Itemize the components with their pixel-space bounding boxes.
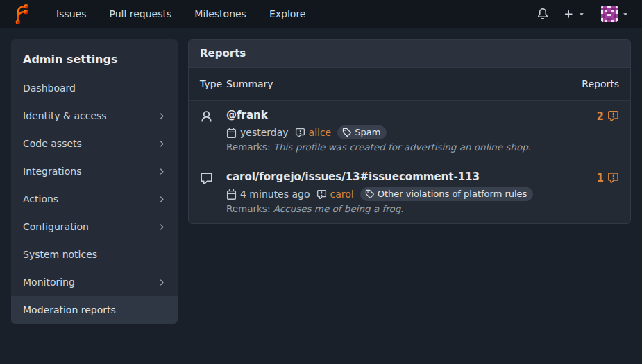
reporter: carol <box>316 189 354 200</box>
chevron-right-icon <box>157 278 166 287</box>
admin-settings-sidebar: Admin settings Dashboard Identity & acce… <box>11 39 178 324</box>
report-comment-icon <box>607 172 619 184</box>
report-date: yesterday <box>226 127 289 138</box>
category-badge: Spam <box>337 125 387 139</box>
report-remarks: Remarks: Accuses me of being a frog. <box>226 203 597 214</box>
navbar-right <box>537 6 630 22</box>
sidebar-item-system-notices[interactable]: System notices <box>11 241 178 268</box>
nav-explore[interactable]: Explore <box>269 8 306 19</box>
sidebar-item-identity-access[interactable]: Identity & access <box>11 102 178 130</box>
chevron-down-icon <box>621 10 630 18</box>
sidebar-item-monitoring[interactable]: Monitoring <box>11 268 178 296</box>
forgejo-logo-icon[interactable] <box>12 4 31 24</box>
sidebar-item-dashboard[interactable]: Dashboard <box>11 74 178 102</box>
report-comment-icon <box>316 189 327 200</box>
panel-title: Reports <box>189 40 630 68</box>
navbar: Issues Pull requests Milestones Explore <box>0 0 642 28</box>
sidebar-item-actions[interactable]: Actions <box>11 185 178 213</box>
report-count-link[interactable]: 2 <box>597 108 619 153</box>
primary-nav: Issues Pull requests Milestones Explore <box>56 8 305 19</box>
chevron-down-icon <box>577 10 586 18</box>
sidebar-item-configuration[interactable]: Configuration <box>11 213 178 241</box>
report-comment-icon <box>607 110 619 122</box>
sidebar-item-moderation-reports[interactable]: Moderation reports <box>11 296 178 324</box>
col-header-type: Type <box>200 78 226 89</box>
notifications-bell-icon[interactable] <box>537 8 548 19</box>
report-count-link[interactable]: 1 <box>597 170 619 214</box>
sidebar-item-integrations[interactable]: Integrations <box>11 157 178 185</box>
create-new-dropdown[interactable] <box>564 9 586 19</box>
reporter-link[interactable]: carol <box>330 189 354 200</box>
chevron-right-icon <box>157 167 166 176</box>
chevron-right-icon <box>157 223 166 232</box>
sidebar-title: Admin settings <box>11 43 178 74</box>
report-target-link[interactable]: carol/forgejo/issues/13#issuecomment-113 <box>226 171 480 183</box>
chevron-right-icon <box>157 112 166 121</box>
sidebar-item-code-assets[interactable]: Code assets <box>11 130 178 157</box>
calendar-icon <box>226 128 237 138</box>
chevron-right-icon <box>157 195 166 204</box>
report-date: 4 minutes ago <box>226 189 310 200</box>
reporter-link[interactable]: alice <box>309 127 332 138</box>
nav-milestones[interactable]: Milestones <box>194 8 246 19</box>
nav-issues[interactable]: Issues <box>56 8 87 19</box>
report-comment-icon <box>295 128 305 138</box>
nav-pull-requests[interactable]: Pull requests <box>110 8 172 19</box>
comment-icon <box>200 170 226 214</box>
col-header-summary: Summary <box>226 78 273 89</box>
tag-icon <box>365 189 374 198</box>
report-row: carol/forgejo/issues/13#issuecomment-113… <box>189 162 630 223</box>
user-menu-dropdown[interactable] <box>601 6 630 22</box>
category-badge: Other violations of platform rules <box>360 187 534 201</box>
reports-panel: Reports Type Summary Reports @frank <box>188 39 631 224</box>
person-icon <box>200 108 226 153</box>
report-remarks: Remarks: This profile was created for ad… <box>226 141 597 153</box>
reports-table-header: Type Summary Reports <box>189 68 630 100</box>
reporter: alice <box>295 127 332 138</box>
chevron-right-icon <box>157 139 166 148</box>
user-avatar <box>601 6 618 22</box>
plus-icon <box>564 9 574 19</box>
tag-icon <box>342 128 351 137</box>
report-row: @frank yesterday alice <box>189 100 630 162</box>
col-header-reports: Reports <box>582 78 619 89</box>
calendar-icon <box>226 189 237 200</box>
report-target-link[interactable]: @frank <box>226 109 268 121</box>
